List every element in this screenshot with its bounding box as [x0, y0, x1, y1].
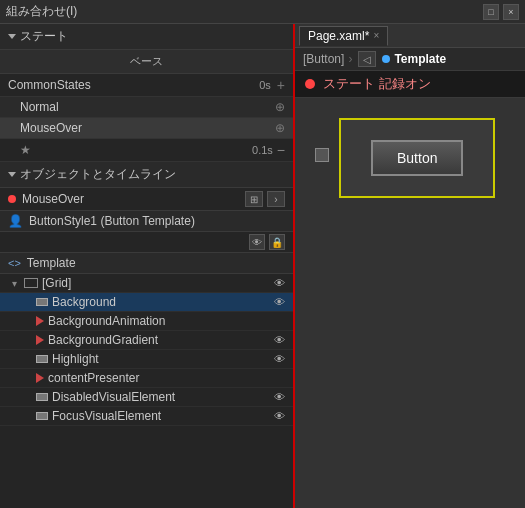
top-bar-controls: □ × [483, 4, 519, 20]
state-indicator-bar: ステート 記録オン [295, 71, 525, 98]
state-normal-icon: ⊕ [275, 100, 285, 114]
star-icon: ★ [20, 143, 31, 157]
state-indicator-text: ステート 記録オン [323, 75, 431, 93]
state-normal-label: Normal [20, 100, 275, 114]
highlight-rect-icon [36, 355, 48, 363]
tree-expand-grid[interactable]: ▾ [12, 278, 24, 289]
tree-item-disabled-visual[interactable]: DisabledVisualElement 👁 [0, 388, 293, 407]
tab-close-icon[interactable]: × [373, 30, 379, 41]
timeline-minus-icon[interactable]: − [277, 142, 285, 158]
left-panel: ステート ベース CommonStates 0s + Normal ⊕ Mous… [0, 24, 295, 508]
template-header-row: <> Template [0, 253, 293, 274]
tree-eye-disabled-visual[interactable]: 👁 [274, 391, 285, 403]
states-section-title: ステート [20, 28, 68, 45]
states-group-label: CommonStates [8, 78, 259, 92]
breadcrumb-current-label: Template [394, 52, 446, 66]
tree-label-bg-animation: BackgroundAnimation [48, 314, 285, 328]
objects-grid-icon[interactable]: ⊞ [245, 191, 263, 207]
states-group-add-icon[interactable]: + [277, 77, 285, 93]
states-base-row: ベース [0, 50, 293, 74]
tree-container[interactable]: ▾ [Grid] 👁 Background 👁 [0, 274, 293, 508]
button-preview[interactable]: Button [371, 140, 463, 176]
objects-status-row: MouseOver ⊞ › [0, 188, 293, 211]
breadcrumb-bar: [Button] › ◁ Template [295, 48, 525, 71]
objects-section-header: オブジェクトとタイムライン [0, 162, 293, 188]
button-preview-label: Button [397, 150, 437, 166]
breadcrumb-button-item[interactable]: [Button] [303, 52, 344, 66]
timeline-value: 0.1s [252, 144, 273, 156]
breadcrumb-separator: › [348, 52, 352, 66]
disabled-visual-rect-icon [36, 393, 48, 401]
style-lock-row: 👁 🔒 [0, 232, 293, 253]
breadcrumb-button-label: [Button] [303, 52, 344, 66]
breadcrumb-current-container: Template [382, 52, 446, 66]
bg-animation-play-icon [36, 316, 44, 326]
tree-eye-highlight[interactable]: 👁 [274, 353, 285, 365]
tree-label-background: Background [52, 295, 274, 309]
tree-label-bg-gradient: BackgroundGradient [48, 333, 274, 347]
tree-item-focus-visual[interactable]: FocusVisualElement 👁 [0, 407, 293, 426]
tree-item-highlight[interactable]: Highlight 👁 [0, 350, 293, 369]
objects-arrow-icon[interactable]: › [267, 191, 285, 207]
state-item-normal[interactable]: Normal ⊕ [0, 97, 293, 118]
tree-item-bg-gradient[interactable]: BackgroundGradient 👁 [0, 331, 293, 350]
eye-icon-btn[interactable]: 👁 [249, 234, 265, 250]
states-base-label: ベース [130, 55, 163, 67]
person-icon: 👤 [8, 214, 23, 228]
tree-label-content-presenter: contentPresenter [48, 371, 285, 385]
button-preview-container: Button [339, 118, 495, 198]
canvas-content: Button [315, 118, 495, 198]
states-section: ステート ベース CommonStates 0s + Normal ⊕ Mous… [0, 24, 293, 162]
timeline-row: ★ 0.1s − [0, 139, 293, 162]
state-indicator-dot [305, 79, 315, 89]
style-label: ButtonStyle1 (Button Template) [29, 214, 195, 228]
focus-visual-rect-icon [36, 412, 48, 420]
main-layout: ステート ベース CommonStates 0s + Normal ⊕ Mous… [0, 24, 525, 508]
state-mouseover-icon: ⊕ [275, 121, 285, 135]
states-section-header: ステート [0, 24, 293, 50]
tab-bar: Page.xaml* × [295, 24, 525, 48]
tree-item-grid[interactable]: ▾ [Grid] 👁 [0, 274, 293, 293]
style-row: 👤 ButtonStyle1 (Button Template) [0, 211, 293, 232]
top-bar-title: 組み合わせ(I) [6, 3, 483, 20]
right-panel: Page.xaml* × [Button] › ◁ Template ステート … [295, 24, 525, 508]
tab-page-xaml[interactable]: Page.xaml* × [299, 26, 388, 46]
breadcrumb-current-icon [382, 55, 390, 63]
top-bar: 組み合わせ(I) □ × [0, 0, 525, 24]
status-label: MouseOver [22, 192, 245, 206]
tree-eye-bg-gradient[interactable]: 👁 [274, 334, 285, 346]
states-group-row: CommonStates 0s + [0, 74, 293, 97]
objects-section-title: オブジェクトとタイムライン [20, 166, 176, 183]
minimize-button[interactable]: □ [483, 4, 499, 20]
tree-item-content-presenter[interactable]: contentPresenter [0, 369, 293, 388]
breadcrumb-back-button[interactable]: ◁ [358, 51, 376, 67]
tree-label-disabled-visual: DisabledVisualElement [52, 390, 274, 404]
states-group-value: 0s [259, 79, 271, 91]
tree-label-focus-visual: FocusVisualElement [52, 409, 274, 423]
tab-page-xaml-label: Page.xaml* [308, 29, 369, 43]
state-mouseover-label: MouseOver [20, 121, 275, 135]
tree-item-background[interactable]: Background 👁 [0, 293, 293, 312]
objects-section: オブジェクトとタイムライン MouseOver ⊞ › 👤 ButtonStyl… [0, 162, 293, 508]
tree-label-grid: [Grid] [42, 276, 274, 290]
objects-collapse-icon[interactable] [8, 172, 16, 177]
tree-label-highlight: Highlight [52, 352, 274, 366]
lock-icon-btn[interactable]: 🔒 [269, 234, 285, 250]
tree-eye-focus-visual[interactable]: 👁 [274, 410, 285, 422]
tree-eye-grid[interactable]: 👁 [274, 277, 285, 289]
tree-eye-background[interactable]: 👁 [274, 296, 285, 308]
canvas-marker [315, 148, 329, 162]
bg-gradient-play-icon [36, 335, 44, 345]
grid-icon [24, 278, 38, 288]
design-canvas[interactable]: Button [295, 98, 525, 508]
states-collapse-icon[interactable] [8, 34, 16, 39]
status-dot [8, 195, 16, 203]
objects-icons: ⊞ › [245, 191, 285, 207]
state-item-mouseover[interactable]: MouseOver ⊕ [0, 118, 293, 139]
template-code-icon: <> [8, 257, 21, 269]
tree-item-bg-animation[interactable]: BackgroundAnimation [0, 312, 293, 331]
close-button[interactable]: × [503, 4, 519, 20]
background-rect-icon [36, 298, 48, 306]
content-presenter-play-icon [36, 373, 44, 383]
template-label: Template [27, 256, 76, 270]
